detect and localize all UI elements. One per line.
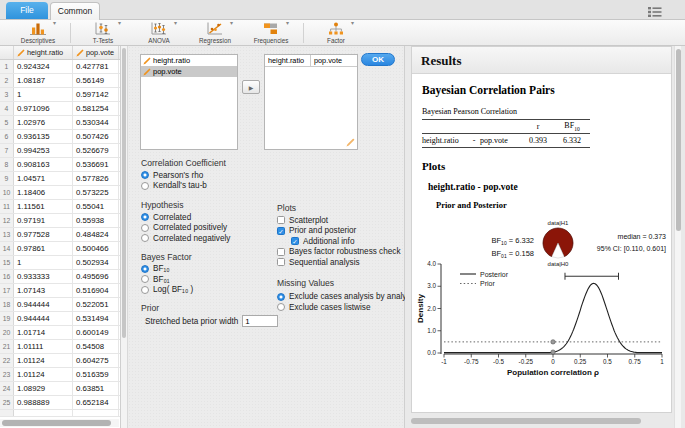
radio-control[interactable] (277, 293, 285, 301)
radio-control[interactable] (141, 286, 149, 294)
table-row[interactable]: 10.9243240.427781 (0, 60, 120, 74)
prior-width-input[interactable] (242, 315, 278, 327)
table-row[interactable]: 70.9942530.526679 (0, 144, 120, 158)
cell[interactable]: 1.01111 (14, 340, 73, 353)
ok-button[interactable]: OK (361, 53, 395, 66)
radio-option[interactable]: Exclude cases listwise (277, 302, 405, 313)
table-row[interactable]: 21.081870.56149 (0, 74, 120, 88)
radio-control[interactable] (141, 182, 149, 190)
cell[interactable]: 0.581254 (73, 102, 119, 115)
cell[interactable]: 0.55041 (73, 200, 119, 213)
cell[interactable]: 0.507426 (73, 130, 119, 143)
cell[interactable]: 0.908163 (14, 158, 73, 171)
cell[interactable]: 0.530344 (73, 116, 119, 129)
ribbon-anova-button[interactable]: ▾ ANOVA (131, 21, 187, 44)
cell[interactable]: 0.988889 (14, 396, 73, 409)
cell[interactable]: 0.522051 (73, 298, 119, 311)
cell[interactable]: 0.573225 (73, 186, 119, 199)
table-row[interactable]: 221.011240.604275 (0, 354, 120, 368)
scrollbar-thumb[interactable] (676, 49, 681, 231)
cell[interactable]: 0.427781 (73, 60, 119, 73)
radio-option[interactable]: Correlated positively (141, 223, 273, 234)
table-row[interactable]: 160.9333330.495696 (0, 270, 120, 284)
radio-control[interactable] (277, 303, 285, 311)
cell[interactable]: 0.516359 (73, 368, 119, 381)
radio-option[interactable]: Log( BF₁₀ ) (141, 285, 273, 296)
radio-control[interactable] (141, 265, 149, 273)
cell[interactable]: 0.944444 (14, 312, 73, 325)
cell[interactable]: 1.04571 (14, 172, 73, 185)
radio-option[interactable]: Pearson's rho (141, 170, 273, 181)
cell[interactable]: 1.11561 (14, 200, 73, 213)
radio-option[interactable]: Correlated (141, 212, 273, 223)
radio-control[interactable] (141, 171, 149, 179)
cell[interactable]: 0.56149 (73, 74, 119, 87)
column-header-pop-vote[interactable]: pop.vote (73, 46, 119, 59)
table-row[interactable]: 201.017140.600149 (0, 326, 120, 340)
cell[interactable]: 0.933333 (14, 270, 73, 283)
checkbox-option[interactable]: Scatterplot (277, 215, 405, 226)
tab-common[interactable]: Common (50, 2, 100, 20)
ribbon-factor-button[interactable]: ▾ Factor (308, 21, 364, 44)
cell[interactable]: 0.944444 (14, 298, 73, 311)
radio-control[interactable] (141, 213, 149, 221)
cell[interactable]: 1.08929 (14, 382, 73, 395)
checkbox-control[interactable]: ✓ (291, 237, 299, 245)
table-row[interactable]: 211.011110.54508 (0, 340, 120, 354)
cell[interactable]: 0.484824 (73, 228, 119, 241)
radio-option[interactable]: BF₁₀ (141, 264, 273, 275)
table-row[interactable]: 60.9361350.507426 (0, 130, 120, 144)
cell[interactable]: 1 (14, 88, 73, 101)
table-row[interactable]: 91.045710.577826 (0, 172, 120, 186)
variable-item[interactable]: height.ratio (141, 55, 237, 66)
tab-file[interactable]: File (6, 2, 48, 19)
correlation-pairs-box[interactable]: height.ratio pop.vote (264, 54, 358, 150)
cell[interactable]: 0.652184 (73, 396, 119, 409)
ribbon-regression-button[interactable]: ▾ Regression (187, 21, 243, 44)
table-row[interactable]: 171.071430.516904 (0, 284, 120, 298)
cell[interactable]: 0.936135 (14, 130, 73, 143)
cell[interactable]: 0.97861 (14, 242, 73, 255)
results-horizontal-scrollbar[interactable] (411, 418, 641, 424)
checkbox-control[interactable]: ✓ (277, 227, 285, 235)
table-row[interactable]: 80.9081630.536691 (0, 158, 120, 172)
cell[interactable]: 1.08187 (14, 74, 73, 87)
cell[interactable]: 1.01714 (14, 326, 73, 339)
cell[interactable]: 0.526679 (73, 144, 119, 157)
table-row[interactable]: 180.9444440.522051 (0, 298, 120, 312)
radio-control[interactable] (141, 275, 149, 283)
checkbox-option[interactable]: ✓Additional info (277, 236, 405, 247)
assign-arrow-button[interactable]: ▶ (242, 80, 260, 94)
checkbox-option[interactable]: Bayes factor robustness check (277, 247, 405, 258)
cell[interactable]: 0.495696 (73, 270, 119, 283)
column-header-height-ratio[interactable]: height.ratio (14, 46, 73, 59)
cell[interactable]: 1.07143 (14, 284, 73, 297)
checkbox-control[interactable] (277, 258, 285, 266)
scrollbar-thumb[interactable] (2, 420, 111, 426)
ribbon-descriptives-button[interactable]: ▾ Descriptives (10, 21, 66, 44)
table-row[interactable]: 1510.502934 (0, 256, 120, 270)
cell[interactable]: 1.18406 (14, 186, 73, 199)
checkbox-option[interactable]: Sequential analysis (277, 257, 405, 268)
radio-option[interactable]: Exclude cases analysis by analysis (277, 292, 405, 303)
radio-control[interactable] (141, 224, 149, 232)
cell[interactable]: 1.01124 (14, 368, 73, 381)
cell[interactable]: 0.597142 (73, 88, 119, 101)
table-row[interactable]: 310.597142 (0, 88, 120, 102)
cell[interactable]: 0.971096 (14, 102, 73, 115)
ribbon-t-tests-button[interactable]: ▾ T-Tests (75, 21, 131, 44)
table-row[interactable]: 231.011240.516359 (0, 368, 120, 382)
spreadsheet-vertical-scrollbar[interactable] (121, 46, 128, 428)
checkbox-option[interactable]: ✓Prior and posterior (277, 226, 405, 237)
cell[interactable]: 0.55938 (73, 214, 119, 227)
checkbox-control[interactable] (277, 248, 285, 256)
table-row[interactable]: 130.9775280.484824 (0, 228, 120, 242)
table-row-partial[interactable] (0, 410, 120, 417)
table-row[interactable]: 51.029760.530344 (0, 116, 120, 130)
radio-control[interactable] (141, 234, 149, 242)
table-row[interactable]: 111.115610.55041 (0, 200, 120, 214)
cell[interactable]: 1.01124 (14, 354, 73, 367)
cell[interactable] (14, 410, 73, 416)
table-row[interactable]: 120.971910.55938 (0, 214, 120, 228)
table-row[interactable]: 40.9710960.581254 (0, 102, 120, 116)
